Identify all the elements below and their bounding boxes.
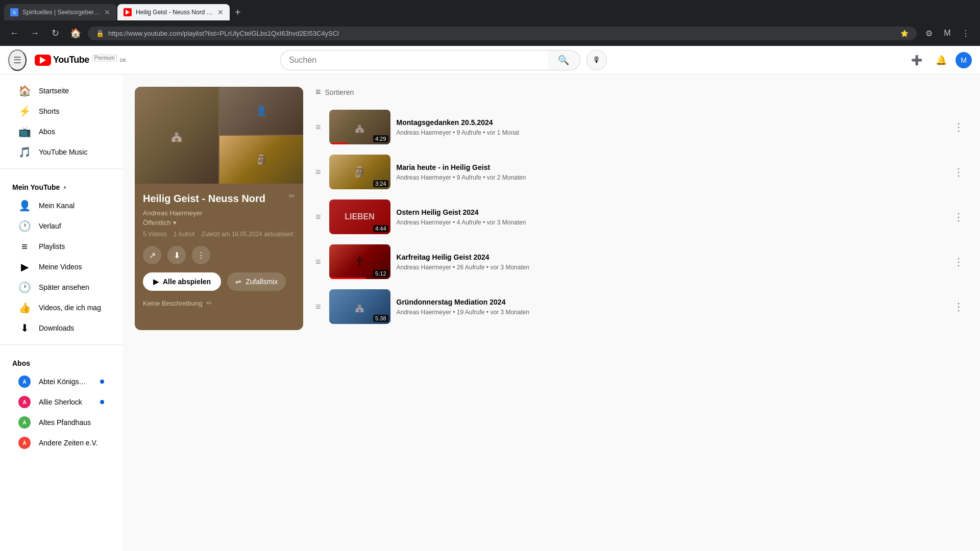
drag-handle-v1[interactable]: ≡ xyxy=(315,122,321,133)
browser-chrome: S Spirituelles | Seelsorgebereich ✕ Heil… xyxy=(0,0,980,46)
create-button[interactable]: ➕ xyxy=(906,50,927,70)
history-icon: 🕐 xyxy=(18,220,31,232)
url-bar[interactable]: 🔒 https://www.youtube.com/playlist?list=… xyxy=(88,27,917,40)
sub-item-allie[interactable]: A Allie Sherlock xyxy=(6,392,116,412)
forward-button[interactable]: → xyxy=(27,25,43,41)
video-age-v1: vor 1 Monat xyxy=(487,129,519,136)
yt-play-icon xyxy=(40,57,46,64)
thumb-main-deco: ⛪ xyxy=(135,87,218,184)
share-button[interactable]: ↗ xyxy=(143,246,161,264)
video-meta-v3: Andreas Haermeyer • 4 Aufrufe • vor 3 Mo… xyxy=(397,219,943,226)
sidebar-item-youtube-music[interactable]: 🎵 YouTube Music xyxy=(6,142,116,162)
profile-button[interactable]: M xyxy=(939,25,955,41)
sidebar-item-downloads[interactable]: ⬇ Downloads xyxy=(6,318,116,338)
sidebar-item-shorts[interactable]: ⚡ Shorts xyxy=(6,101,116,121)
sidebar-item-playlists[interactable]: ≡ Playlists xyxy=(6,236,116,257)
sidebar-item-meine-videos[interactable]: ▶ Meine Videos xyxy=(6,257,116,277)
video-item-v3: ≡ LIEBEN 4:44 Ostern Heilig Geist 2024 A… xyxy=(315,195,968,238)
search-button[interactable]: 🔍 xyxy=(548,50,580,70)
drag-handle-v5[interactable]: ≡ xyxy=(315,302,321,312)
avatar[interactable]: M xyxy=(955,52,972,68)
new-tab-button[interactable]: + xyxy=(231,5,245,20)
sidebar-label-abos: Abos xyxy=(39,128,55,136)
sidebar-item-mein-kanal[interactable]: 👤 Mein Kanal xyxy=(6,195,116,216)
video-author-v2: Andreas Haermeyer xyxy=(397,174,451,181)
video-title-v1[interactable]: Montagsgedanken 20.5.2024 xyxy=(397,118,943,127)
notifications-button[interactable]: 🔔 xyxy=(931,50,951,70)
drag-handle-v4[interactable]: ≡ xyxy=(315,257,321,267)
video-info-v4: Karfreitag Heilig Geist 2024 Andreas Hae… xyxy=(397,253,943,271)
mein-youtube-section[interactable]: Mein YouTube › xyxy=(0,175,122,195)
video-age-v2: vor 2 Monaten xyxy=(487,174,526,181)
tab-1-close[interactable]: ✕ xyxy=(104,8,110,16)
edit-title-icon[interactable]: ✏ xyxy=(289,192,295,200)
thumb-top-right-deco: 👤 xyxy=(219,87,303,135)
last-updated: Zuletzt am 16.05.2024 aktualisiert xyxy=(202,231,293,238)
video-meta-v1: Andreas Haermeyer • 9 Aufrufe • vor 1 Mo… xyxy=(397,129,943,136)
description-text: Keine Beschreibung xyxy=(143,299,202,307)
video-more-v5[interactable]: ⋮ xyxy=(949,297,968,316)
video-more-v2[interactable]: ⋮ xyxy=(949,163,968,181)
download-button[interactable]: ⬇ xyxy=(167,246,186,264)
video-more-v3[interactable]: ⋮ xyxy=(949,208,968,226)
video-title-v4[interactable]: Karfreitag Heilig Geist 2024 xyxy=(397,253,943,262)
drag-handle-v3[interactable]: ≡ xyxy=(315,212,321,222)
mic-button[interactable]: 🎙 xyxy=(586,50,607,70)
sidebar-label-spaeter-ansehen: Später ansehen xyxy=(39,283,89,291)
sidebar-item-spaeter-ansehen[interactable]: 🕐 Später ansehen xyxy=(6,277,116,297)
sidebar-label-downloads: Downloads xyxy=(39,324,74,332)
shuffle-button[interactable]: ⇌ Zufallsmix xyxy=(227,272,286,291)
sub-item-andere[interactable]: A Andere Zeiten e.V. xyxy=(6,433,116,453)
video-more-v1[interactable]: ⋮ xyxy=(949,118,968,136)
sub-item-altes[interactable]: A Altes Pfandhaus xyxy=(6,412,116,433)
url-text: https://www.youtube.com/playlist?list=PL… xyxy=(108,30,896,37)
edit-description-icon[interactable]: ✏ xyxy=(206,299,212,307)
thumb-grid: ⛪ 👤 🗿 xyxy=(135,87,303,184)
tab-2-close[interactable]: ✕ xyxy=(217,8,224,16)
home-button[interactable]: 🏠 xyxy=(67,25,84,41)
video-views-v3: 4 Aufrufe xyxy=(457,219,481,226)
address-bar: ← → ↻ 🏠 🔒 https://www.youtube.com/playli… xyxy=(0,20,980,46)
video-author-v1: Andreas Haermeyer xyxy=(397,129,451,136)
play-all-button[interactable]: ▶ Alle abspielen xyxy=(143,272,221,291)
video-thumbnail-v4[interactable]: ✝ 5:12 xyxy=(329,244,390,279)
video-thumbnail-v5[interactable]: ⛪ 5:38 xyxy=(329,289,390,324)
video-meta-v5: Andreas Haermeyer • 19 Aufrufe • vor 3 M… xyxy=(397,309,943,316)
sidebar-label-startseite: Startseite xyxy=(39,87,69,95)
search-input-wrap[interactable] xyxy=(280,50,548,70)
search-input[interactable] xyxy=(289,56,540,65)
video-age-v4: vor 3 Monaten xyxy=(490,264,529,271)
abos-section-label: Abos xyxy=(12,359,30,367)
thumb-main: ⛪ xyxy=(135,87,218,184)
tab-2[interactable]: Heilig Geist - Neuss Nord - You... ✕ xyxy=(117,4,230,20)
sort-bar[interactable]: ≡ Sortieren xyxy=(315,87,968,97)
video-title-v3[interactable]: Ostern Heilig Geist 2024 xyxy=(397,208,943,217)
more-options-button[interactable]: ⋮ xyxy=(192,246,210,264)
drag-handle-v2[interactable]: ≡ xyxy=(315,167,321,178)
playlist-title: Heilig Geist - Neuss Nord xyxy=(143,192,265,205)
menu-button[interactable]: ☰ xyxy=(8,49,27,71)
youtube-app: ☰ YouTube Premium DE 🔍 🎙 ➕ 🔔 M xyxy=(0,46,980,551)
tab-1[interactable]: S Spirituelles | Seelsorgebereich ✕ xyxy=(4,4,116,20)
video-item-v4: ≡ ✝ 5:12 Karfreitag Heilig Geist 2024 An… xyxy=(315,240,968,283)
sub-item-abtei[interactable]: A Abtei Königsmün... xyxy=(6,371,116,392)
playlist-visibility[interactable]: Öffentlich ▾ xyxy=(143,219,295,227)
menu-button[interactable]: ⋮ xyxy=(958,25,974,41)
sidebar-item-abos[interactable]: 📺 Abos xyxy=(6,121,116,142)
refresh-button[interactable]: ↻ xyxy=(47,25,63,41)
sidebar-item-verlauf[interactable]: 🕐 Verlauf xyxy=(6,216,116,236)
sidebar-item-videos-die-ich-mag[interactable]: 👍 Videos, die ich mag xyxy=(6,297,116,318)
extensions-button[interactable]: ⚙ xyxy=(921,25,937,41)
yt-logo[interactable]: YouTube Premium DE xyxy=(35,55,126,66)
playlists-icon: ≡ xyxy=(18,241,31,253)
sidebar-item-startseite[interactable]: 🏠 Startseite xyxy=(6,81,116,101)
video-title-v5[interactable]: Gründonnerstag Mediation 2024 xyxy=(397,297,943,307)
video-title-v2[interactable]: Maria heute - in Heilig Geist xyxy=(397,163,943,172)
video-thumbnail-v3[interactable]: LIEBEN 4:44 xyxy=(329,199,390,234)
video-more-v4[interactable]: ⋮ xyxy=(949,253,968,271)
back-button[interactable]: ← xyxy=(6,25,22,41)
video-duration-v2: 3:24 xyxy=(373,180,388,187)
video-thumbnail-v1[interactable]: ⛪ 4:29 xyxy=(329,110,390,144)
yt-logo-text: YouTube xyxy=(53,55,89,65)
video-thumbnail-v2[interactable]: 🗿 3:24 xyxy=(329,155,390,189)
